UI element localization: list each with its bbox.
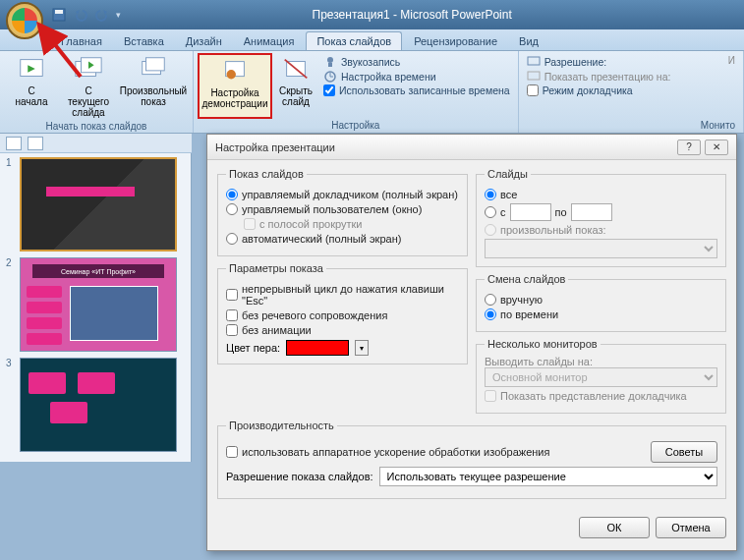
tab-slideshow[interactable]: Показ слайдов — [306, 31, 402, 50]
group-start-label: Начать показ слайдов — [4, 120, 189, 134]
radio-slide-range[interactable]: спо — [485, 203, 717, 221]
svg-rect-23 — [528, 72, 540, 80]
pane-view-switch[interactable] — [0, 134, 192, 153]
check-no-narration[interactable]: без речевого сопровождения — [226, 309, 459, 321]
dialog-titlebar: Настройка презентации ? ✕ — [207, 135, 736, 160]
check-presenter-view: Показать представление докладчика — [485, 390, 717, 402]
resolution-select[interactable]: Использовать текущее разрешение — [379, 467, 717, 486]
check-no-animation[interactable]: без анимации — [226, 324, 459, 336]
radio-browsed[interactable]: управляемый пользователем (окно) — [226, 203, 459, 215]
radio-kiosk[interactable]: автоматический (полный экран) — [226, 233, 459, 245]
qat-dropdown-icon[interactable]: ▾ — [116, 10, 121, 20]
group-setup-label: Настройка — [198, 119, 514, 133]
hide-slide-button[interactable]: Скрыть слайд — [274, 53, 317, 119]
tab-design[interactable]: Дизайн — [176, 32, 232, 50]
cancel-button[interactable]: Отмена — [656, 517, 726, 538]
svg-marker-4 — [76, 10, 80, 15]
check-hw-accel[interactable]: использовать аппаратное ускорение обрабо… — [226, 446, 645, 458]
tab-animation[interactable]: Анимация — [234, 32, 305, 50]
performance-group: Производительность использовать аппаратн… — [217, 420, 726, 499]
show-on-label: Показать презентацию на: — [527, 70, 671, 84]
ribbon-tabs: Главная Вставка Дизайн Анимация Показ сл… — [0, 29, 744, 51]
show-options-group: Параметры показа непрерывный цикл до наж… — [217, 262, 468, 364]
monitor-select: Основной монитор — [485, 367, 717, 387]
radio-custom-show: произвольный показ: — [485, 224, 717, 236]
slide-thumbnail-3[interactable] — [20, 358, 177, 452]
svg-point-14 — [227, 70, 236, 79]
slides-group: Слайды все спо произвольный показ: — [476, 168, 726, 267]
svg-point-17 — [327, 57, 333, 63]
setup-show-dialog: Настройка презентации ? ✕ Показ слайдов … — [206, 134, 737, 551]
presenter-view-checkbox[interactable]: Режим докладчика — [527, 84, 671, 96]
svg-rect-18 — [328, 63, 332, 67]
svg-marker-5 — [103, 10, 107, 15]
radio-all-slides[interactable]: все — [485, 189, 717, 200]
resolution-label: Разрешение: — [527, 55, 671, 69]
svg-rect-22 — [528, 57, 540, 65]
dialog-title: Настройка презентации — [215, 141, 335, 153]
check-scrollbar: с полосой прокрутки — [244, 218, 459, 230]
thumbnail-pane: 1 2Семинар «ИТ Профит» 3 — [0, 153, 192, 462]
radio-timings[interactable]: по времени — [485, 308, 717, 320]
pen-color-row: Цвет пера: ▾ — [226, 340, 459, 356]
tab-view[interactable]: Вид — [509, 32, 548, 50]
tab-review[interactable]: Рецензирование — [404, 32, 507, 50]
radio-presenter[interactable]: управляемый докладчиком (полный экран) — [226, 189, 459, 200]
titlebar: ▾ Презентация1 - Microsoft PowerPoint — [0, 0, 744, 29]
tips-button[interactable]: Советы — [651, 441, 717, 463]
setup-show-button[interactable]: Настройка демонстрации — [198, 53, 272, 119]
custom-show-button[interactable]: Произвольный показ — [118, 53, 189, 120]
slide-thumbnail-1[interactable] — [20, 157, 177, 252]
svg-rect-3 — [55, 10, 63, 14]
to-spin[interactable] — [571, 203, 612, 221]
record-narration-button[interactable]: Звукозапись — [323, 55, 510, 69]
radio-manual[interactable]: вручную — [485, 294, 717, 306]
pen-color-swatch — [286, 340, 349, 356]
custom-show-select — [485, 239, 717, 258]
window-title: Презентация1 - Microsoft PowerPoint — [313, 8, 512, 22]
slide-thumbnail-2[interactable]: Семинар «ИТ Профит» — [20, 257, 177, 352]
help-button[interactable]: ? — [677, 140, 701, 155]
group-monitors-label: Монито — [523, 119, 739, 133]
close-button[interactable]: ✕ — [705, 140, 728, 155]
resolution-label-dlg: Разрешение показа слайдов: — [226, 471, 373, 482]
pen-color-dropdown[interactable]: ▾ — [355, 340, 369, 356]
from-spin[interactable] — [510, 203, 551, 221]
svg-line-1 — [41, 28, 81, 77]
use-timings-checkbox[interactable]: Использовать записанные времена — [323, 84, 510, 96]
display-on-label: Выводить слайды на: — [485, 356, 593, 367]
svg-rect-12 — [146, 58, 165, 71]
ribbon: С начала С текущего слайда Произвольный … — [0, 51, 744, 134]
monitors-group: Несколько мониторов Выводить слайды на: … — [476, 338, 726, 414]
show-type-group: Показ слайдов управляемый докладчиком (п… — [217, 168, 468, 256]
ok-button[interactable]: ОК — [579, 517, 650, 538]
advance-group: Смена слайдов вручную по времени — [476, 273, 726, 332]
tab-insert[interactable]: Вставка — [114, 32, 174, 50]
rehearse-timings-button[interactable]: Настройка времени — [323, 70, 510, 84]
redo-icon[interactable] — [94, 7, 110, 23]
check-loop[interactable]: непрерывный цикл до нажатия клавиши "Esc… — [226, 283, 459, 307]
